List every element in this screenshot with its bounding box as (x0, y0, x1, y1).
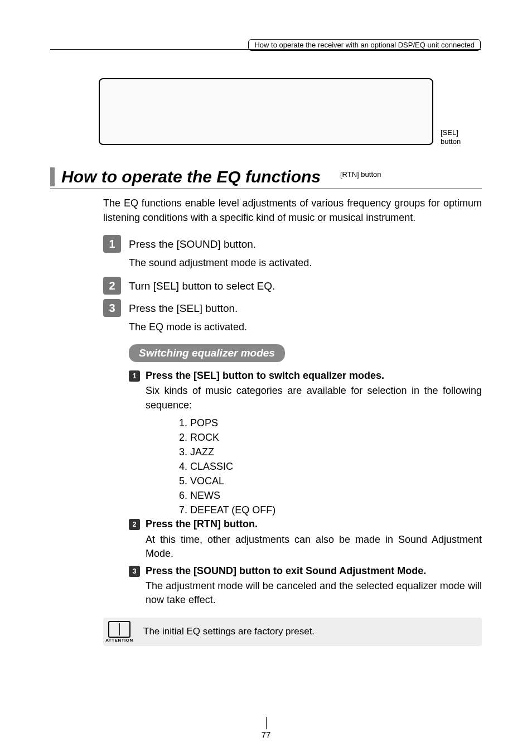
diagram-area: [SOUND] button [SEL] button [RTN] button (50, 78, 482, 145)
receiver-diagram (99, 78, 433, 145)
attention-label: ATTENTION (103, 638, 136, 643)
attention-icon: ATTENTION (103, 618, 136, 646)
page-rule (266, 717, 267, 729)
step-1: 1 Press the [SOUND] button. (103, 235, 482, 253)
seq-item: 5. VOCAL (179, 474, 482, 488)
substep-1-head: Press the [SEL] button to switch equaliz… (146, 369, 482, 383)
substep-1-body: Six kinds of music categories are availa… (146, 384, 482, 412)
seq-item: 4. CLASSIC (179, 459, 482, 474)
step-2-num: 2 (103, 277, 121, 295)
step-1-text: Press the [SOUND] button. (129, 235, 256, 253)
rtn-button-label: [RTN] button (340, 170, 381, 179)
attention-text: The initial EQ settings are factory pres… (136, 619, 482, 644)
step-1-num: 1 (103, 235, 121, 253)
substep-2-head: Press the [RTN] button. (146, 517, 482, 531)
step-2-text: Turn [SEL] button to select EQ. (129, 277, 275, 295)
seq-item: 3. JAZZ (179, 445, 482, 459)
seq-item: 6. NEWS (179, 488, 482, 503)
substep-1: 1 Press the [SEL] button to switch equal… (129, 369, 482, 383)
step-3: 3 Press the [SEL] button. (103, 299, 482, 317)
attention-box: ATTENTION The initial EQ settings are fa… (103, 618, 482, 646)
sel-button-label-l2: button (441, 137, 461, 146)
substep-3: 3 Press the [SOUND] button to exit Sound… (129, 564, 482, 578)
substep-2: 2 Press the [RTN] button. (129, 517, 482, 531)
step-3-num: 3 (103, 299, 121, 317)
substep-1-num: 1 (129, 370, 140, 382)
intro-text: The EQ functions enable level adjustment… (103, 196, 482, 225)
substep-2-body: At this time, other adjustments can also… (146, 533, 482, 561)
seq-item: 2. ROCK (179, 430, 482, 445)
page-title: How to operate the EQ functions (61, 167, 321, 186)
eq-sequence-list: 1. POPS 2. ROCK 3. JAZZ 4. CLASSIC 5. VO… (179, 416, 482, 518)
title-mark-icon (50, 167, 55, 186)
header-rule (50, 49, 481, 50)
substep-3-body: The adjustment mode will be canceled and… (146, 579, 482, 607)
step-3-body: The EQ mode is activated. (129, 321, 482, 333)
step-3-text: Press the [SEL] button. (129, 299, 238, 317)
substep-3-num: 3 (129, 566, 140, 577)
seq-item: 1. POPS (179, 416, 482, 430)
sel-button-label-l1: [SEL] (441, 128, 458, 137)
seq-item: 7. DEFEAT (EQ OFF) (179, 503, 482, 517)
sel-button-label: [SEL] button (441, 128, 461, 146)
step-1-body: The sound adjustment mode is activated. (129, 257, 482, 269)
title-bar: How to operate the EQ functions (50, 167, 482, 189)
page-number: 77 (262, 730, 271, 739)
substep-3-head: Press the [SOUND] button to exit Sound A… (146, 564, 482, 578)
book-icon (108, 621, 130, 638)
step-2: 2 Turn [SEL] button to select EQ. (103, 277, 482, 295)
substep-2-num: 2 (129, 519, 140, 530)
section-pill: Switching equalizer modes (129, 344, 285, 362)
